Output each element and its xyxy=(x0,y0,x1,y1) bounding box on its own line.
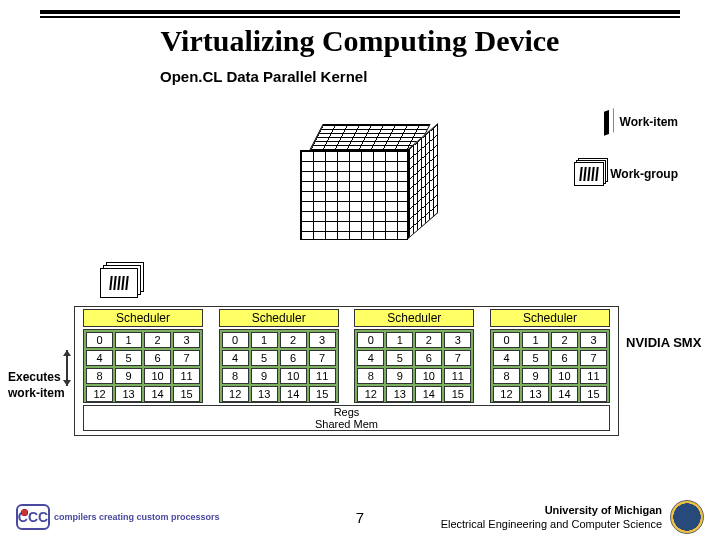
core-block: 0123456789101112131415 xyxy=(490,329,610,403)
core-cell: 6 xyxy=(551,350,578,366)
core-cell: 9 xyxy=(386,368,413,384)
core-cell: 9 xyxy=(251,368,278,384)
legend-work-group-label: Work-group xyxy=(610,167,678,181)
core-block: 0123456789101112131415 xyxy=(219,329,339,403)
core-cell: 7 xyxy=(173,350,200,366)
legend-work-item: Work-item xyxy=(574,110,678,134)
core-cell: 4 xyxy=(86,350,113,366)
core-cell: 5 xyxy=(251,350,278,366)
core-cell: 8 xyxy=(493,368,520,384)
legend-work-group: Work-group xyxy=(574,162,678,186)
page-number: 7 xyxy=(356,509,364,526)
core-cell: 7 xyxy=(580,350,607,366)
core-cell: 7 xyxy=(444,350,471,366)
core-cell: 2 xyxy=(415,332,442,348)
core-cell: 11 xyxy=(580,368,607,384)
scheduler: Scheduler xyxy=(219,309,339,327)
core-cell: 1 xyxy=(522,332,549,348)
core-cell: 13 xyxy=(115,386,142,402)
scheduler: Scheduler xyxy=(83,309,203,327)
core-cell: 15 xyxy=(444,386,471,402)
core-cell: 12 xyxy=(493,386,520,402)
core-cell: 14 xyxy=(144,386,171,402)
core-cell: 0 xyxy=(222,332,249,348)
executes-label-line1: Executes xyxy=(8,370,61,384)
core-cell: 13 xyxy=(251,386,278,402)
core-cell: 10 xyxy=(144,368,171,384)
executes-arrow-icon xyxy=(66,350,68,386)
core-cell: 15 xyxy=(309,386,336,402)
core-cell: 1 xyxy=(251,332,278,348)
core-cell: 10 xyxy=(551,368,578,384)
smx-box: Scheduler Scheduler Scheduler Scheduler … xyxy=(74,306,619,436)
core-cell: 8 xyxy=(86,368,113,384)
core-cell: 2 xyxy=(144,332,171,348)
core-cell: 5 xyxy=(386,350,413,366)
core-block: 0123456789101112131415 xyxy=(83,329,203,403)
work-item-icon xyxy=(604,108,614,136)
core-cell: 10 xyxy=(415,368,442,384)
regs-label: Regs xyxy=(84,406,609,418)
regs-shared-row: Regs Shared Mem xyxy=(83,405,610,431)
cube-front-face xyxy=(300,150,408,240)
core-cell: 14 xyxy=(280,386,307,402)
top-rule-thick xyxy=(40,10,680,14)
core-cell: 13 xyxy=(522,386,549,402)
affil-line2: Electrical Engineering and Computer Scie… xyxy=(441,517,662,531)
core-cell: 7 xyxy=(309,350,336,366)
core-cell: 5 xyxy=(522,350,549,366)
core-cell: 15 xyxy=(173,386,200,402)
core-cell: 6 xyxy=(280,350,307,366)
core-cell: 14 xyxy=(415,386,442,402)
scheduler: Scheduler xyxy=(490,309,610,327)
core-cell: 12 xyxy=(86,386,113,402)
executes-label: Executes work-item xyxy=(8,370,65,401)
core-cell: 6 xyxy=(144,350,171,366)
core-cell: 3 xyxy=(173,332,200,348)
core-blocks-row: 0123456789101112131415 01234567891011121… xyxy=(75,327,618,403)
cccp-tagline: compilers creating custom processors xyxy=(54,512,220,522)
core-cell: 3 xyxy=(580,332,607,348)
affil-line1: University of Michigan xyxy=(441,503,662,517)
core-cell: 2 xyxy=(280,332,307,348)
core-cell: 11 xyxy=(173,368,200,384)
core-cell: 12 xyxy=(222,386,249,402)
core-cell: 11 xyxy=(444,368,471,384)
cccp-logo: CCC compilers creating custom processors xyxy=(16,504,220,530)
core-cell: 6 xyxy=(415,350,442,366)
executes-label-line2: work-item xyxy=(8,386,65,400)
core-cell: 8 xyxy=(222,368,249,384)
legend: Work-item Work-group xyxy=(574,110,678,214)
core-cell: 14 xyxy=(551,386,578,402)
core-block: 0123456789101112131415 xyxy=(354,329,474,403)
affiliation: University of Michigan Electrical Engine… xyxy=(441,500,704,534)
core-cell: 4 xyxy=(493,350,520,366)
core-cell: 10 xyxy=(280,368,307,384)
core-cell: 9 xyxy=(115,368,142,384)
core-cell: 12 xyxy=(357,386,384,402)
page-title: Virtualizing Computing Device xyxy=(0,24,720,58)
shared-mem-label: Shared Mem xyxy=(84,418,609,430)
scheduler: Scheduler xyxy=(354,309,474,327)
top-rule-thin xyxy=(40,16,680,18)
core-cell: 3 xyxy=(444,332,471,348)
umich-seal-icon xyxy=(670,500,704,534)
core-cell: 11 xyxy=(309,368,336,384)
legend-work-item-label: Work-item xyxy=(620,115,678,129)
footer: CCC compilers creating custom processors… xyxy=(0,500,720,534)
core-cell: 15 xyxy=(580,386,607,402)
nvidia-smx-label: NVIDIA SMX xyxy=(626,335,701,350)
core-cell: 2 xyxy=(551,332,578,348)
core-cell: 1 xyxy=(115,332,142,348)
core-cell: 8 xyxy=(357,368,384,384)
grid-cube xyxy=(300,120,450,240)
core-cell: 0 xyxy=(357,332,384,348)
core-cell: 1 xyxy=(386,332,413,348)
core-cell: 4 xyxy=(222,350,249,366)
core-cell: 9 xyxy=(522,368,549,384)
scheduler-row: Scheduler Scheduler Scheduler Scheduler xyxy=(75,307,618,327)
core-cell: 4 xyxy=(357,350,384,366)
core-cell: 5 xyxy=(115,350,142,366)
core-cell: 0 xyxy=(493,332,520,348)
core-cell: 3 xyxy=(309,332,336,348)
